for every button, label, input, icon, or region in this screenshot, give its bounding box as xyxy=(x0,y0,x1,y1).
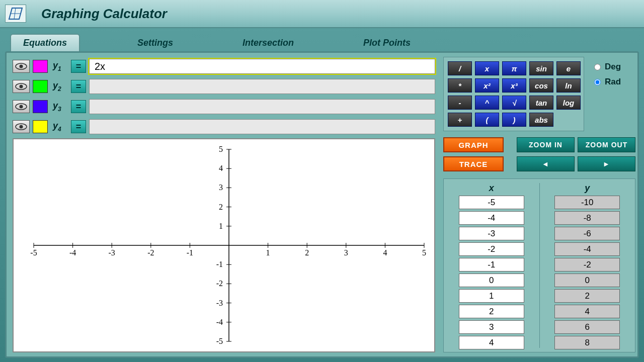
zoom-out-button[interactable]: ZOOM OUT xyxy=(578,137,635,152)
x-cell[interactable]: -5 xyxy=(459,196,524,209)
key-[interactable]: / xyxy=(448,61,472,75)
equation-input-y1[interactable] xyxy=(89,59,435,74)
equation-input-y2[interactable] xyxy=(89,79,435,94)
svg-text:3: 3 xyxy=(344,248,348,257)
visibility-toggle-y2[interactable] xyxy=(13,80,30,93)
angle-rad[interactable]: Rad xyxy=(594,77,634,87)
key-ln[interactable]: ln xyxy=(556,78,581,93)
key-tan[interactable]: tan xyxy=(529,96,553,110)
x-cell[interactable]: -3 xyxy=(459,227,524,240)
tab-equations[interactable]: Equations xyxy=(10,34,80,51)
x-cell[interactable]: -2 xyxy=(459,242,524,256)
y-cell: 8 xyxy=(554,336,620,349)
y-cell: 4 xyxy=(554,305,620,318)
visibility-toggle-y3[interactable] xyxy=(13,100,30,113)
tab-plot-points[interactable]: Plot Points xyxy=(351,35,423,51)
svg-text:1: 1 xyxy=(266,248,270,257)
svg-text:2: 2 xyxy=(305,248,309,257)
key-e[interactable]: e xyxy=(556,61,581,75)
equation-input-y3[interactable] xyxy=(89,99,435,114)
svg-text:-4: -4 xyxy=(69,248,76,257)
svg-point-8 xyxy=(20,105,23,109)
x-cell[interactable]: -1 xyxy=(459,258,524,272)
svg-text:-5: -5 xyxy=(216,337,223,345)
svg-text:4: 4 xyxy=(383,248,387,257)
color-swatch-y1[interactable] xyxy=(33,60,48,73)
key-[interactable]: ) xyxy=(502,113,526,127)
svg-text:-5: -5 xyxy=(30,248,37,257)
x-cell[interactable]: 3 xyxy=(459,320,524,334)
svg-text:-2: -2 xyxy=(216,279,223,288)
y-column-header: y xyxy=(585,183,590,194)
trace-button[interactable]: TRACE xyxy=(443,156,504,171)
key-x[interactable]: x xyxy=(475,61,499,75)
color-swatch-y2[interactable] xyxy=(33,80,48,93)
equation-label-y3: y3 xyxy=(53,101,68,113)
angle-deg[interactable]: Deg xyxy=(594,62,634,72)
key-[interactable]: - xyxy=(448,96,472,110)
zoom-in-button[interactable]: ZOOM IN xyxy=(517,137,575,152)
angle-mode: Deg Rad xyxy=(594,62,634,92)
key-[interactable]: ^ xyxy=(475,96,499,110)
app-title: Graphing Calculator xyxy=(41,6,167,22)
equals-button-y1[interactable]: = xyxy=(71,60,86,73)
trace-left-button[interactable]: ◄ xyxy=(517,156,575,171)
y-cell: 0 xyxy=(554,274,620,287)
color-swatch-y4[interactable] xyxy=(33,120,48,133)
svg-point-6 xyxy=(20,85,23,88)
svg-text:-1: -1 xyxy=(187,248,193,257)
app-logo xyxy=(5,5,26,23)
key-[interactable]: √ xyxy=(502,96,526,110)
key-[interactable]: * xyxy=(448,78,472,93)
svg-text:-4: -4 xyxy=(216,318,223,326)
equation-input-y4[interactable] xyxy=(89,119,435,134)
y-cell: -6 xyxy=(554,227,620,240)
visibility-toggle-y1[interactable] xyxy=(13,60,30,73)
svg-text:-3: -3 xyxy=(109,248,115,257)
svg-text:3: 3 xyxy=(219,183,223,192)
key-x[interactable]: x² xyxy=(475,78,499,93)
equals-button-y4[interactable]: = xyxy=(71,120,86,133)
y-cell: 2 xyxy=(554,289,620,303)
tab-settings[interactable]: Settings xyxy=(125,35,185,51)
key-sin[interactable]: sin xyxy=(529,61,553,75)
key-x[interactable]: x³ xyxy=(502,78,526,93)
svg-text:5: 5 xyxy=(219,145,223,153)
y-cell: -8 xyxy=(554,211,620,225)
y-cell: -4 xyxy=(554,242,620,256)
svg-text:5: 5 xyxy=(422,248,426,257)
equals-button-y3[interactable]: = xyxy=(71,100,86,113)
key-cos[interactable]: cos xyxy=(529,78,553,93)
tab-bar: Equations Settings Intersection Plot Poi… xyxy=(5,32,639,51)
graph-button[interactable]: GRAPH xyxy=(443,137,504,152)
color-swatch-y3[interactable] xyxy=(33,100,48,113)
keypad: /xπsine*x²x³cosln-^√tanlog+()abs xyxy=(443,57,584,131)
key-log[interactable]: log xyxy=(556,96,581,110)
key-abs[interactable]: abs xyxy=(529,113,553,127)
svg-text:-1: -1 xyxy=(216,260,223,268)
y-cell: -2 xyxy=(554,258,620,272)
equation-label-y1: y1 xyxy=(53,60,68,72)
x-column-header: x xyxy=(489,183,494,194)
equals-button-y2[interactable]: = xyxy=(71,80,86,93)
svg-text:-3: -3 xyxy=(216,299,223,307)
xy-table: x -5-4-3-2-101234 y -10-8-6-4-202468 xyxy=(443,178,635,352)
svg-text:-2: -2 xyxy=(147,248,154,257)
x-cell[interactable]: -4 xyxy=(459,211,524,225)
svg-text:1: 1 xyxy=(219,222,223,230)
tab-intersection[interactable]: Intersection xyxy=(230,35,306,51)
x-cell[interactable]: 4 xyxy=(459,336,524,349)
y-cell: 6 xyxy=(554,320,620,334)
key-[interactable]: π xyxy=(502,61,526,75)
x-cell[interactable]: 0 xyxy=(459,274,524,287)
trace-right-button[interactable]: ► xyxy=(578,156,635,171)
key-[interactable]: + xyxy=(448,113,472,127)
equation-label-y4: y4 xyxy=(53,121,68,133)
y-cell: -10 xyxy=(554,196,620,209)
key-[interactable]: ( xyxy=(475,113,499,127)
x-cell[interactable]: 1 xyxy=(459,289,524,303)
plot-area[interactable]: -5-4-3-2-112345-5-4-3-2-112345 xyxy=(13,138,435,352)
svg-point-4 xyxy=(20,65,23,68)
visibility-toggle-y4[interactable] xyxy=(13,120,30,133)
x-cell[interactable]: 2 xyxy=(459,305,524,318)
